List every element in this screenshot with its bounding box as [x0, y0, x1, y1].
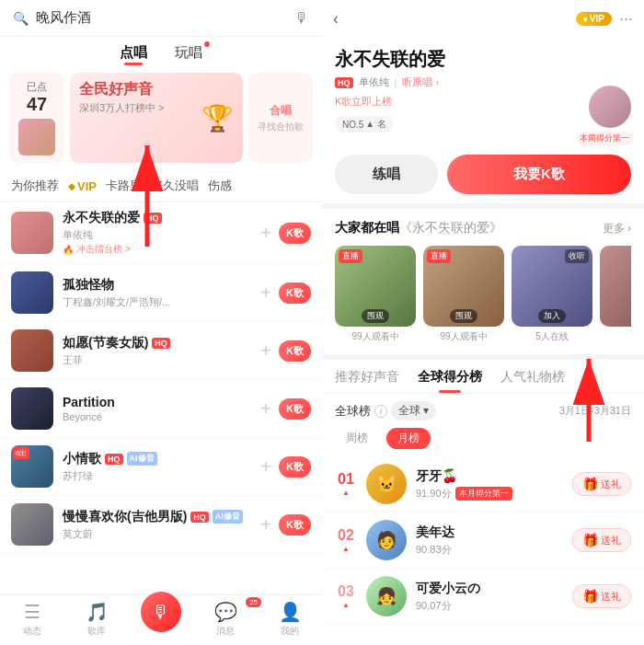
listen-original[interactable]: 听原唱 ›	[402, 75, 439, 89]
song-thumb-5: 6出	[11, 445, 53, 488]
leaderboard: 全球榜 i 全球 ▾ 3月1日-3月31日 周榜 月榜 01 ▲ 🐱 牙牙🍒 9…	[322, 394, 644, 645]
left-panel: 🔍 晚风作酒 🎙 点唱 玩唱 已点 47 全民好声音 深圳3万人打榜中 > 🏆 …	[0, 0, 322, 645]
tab-dian[interactable]: 点唱	[120, 44, 147, 62]
banner-area: 已点 47 全民好声音 深圳3万人打榜中 > 🏆 合唱 寻找合拍歌	[0, 65, 322, 170]
singing-card-4[interactable]: …	[600, 246, 631, 343]
hq-badge-3: HQ	[152, 338, 170, 349]
search-bar: 🔍 晚风作酒 🎙	[0, 0, 322, 37]
filter-nosong[interactable]: 好久没唱	[151, 178, 199, 194]
filter-calories[interactable]: 卡路里	[106, 178, 142, 194]
card-viewers-1: 99人观看中	[351, 330, 398, 343]
filter-vip[interactable]: VIP	[68, 178, 97, 194]
more-link[interactable]: 更多 ›	[603, 221, 631, 236]
hq-badge-5: HQ	[105, 454, 123, 465]
k-btn-2[interactable]: K歌	[279, 282, 311, 304]
vip-icon: ♦	[583, 14, 588, 24]
practice-button[interactable]: 练唱	[335, 155, 438, 194]
k-btn-5[interactable]: K歌	[279, 456, 311, 478]
song-thumb-6	[11, 503, 53, 546]
send-gift-btn-1[interactable]: 🎁 送礼	[572, 472, 631, 496]
mic-main-btn[interactable]: 🎙	[141, 592, 181, 632]
add-btn-6[interactable]: +	[260, 514, 271, 536]
nav-trends-label: 动态	[23, 625, 41, 638]
vip-badge[interactable]: ♦ VIP	[576, 12, 612, 26]
rank-arrow-3: ▲	[342, 601, 350, 609]
song-list: 永不失联的爱 HQ 单依纯 🔥 冲击擂台榜 > + K歌 孤独怪物	[0, 202, 322, 594]
song-title-5: 小情歌 HQ AI修音	[63, 451, 251, 467]
back-button[interactable]: ‹	[333, 9, 339, 29]
song-title-1: 永不失联的爱 HQ	[63, 210, 251, 226]
lb-avatar-2: 🧑	[366, 520, 407, 560]
song-artist-5: 苏打绿	[63, 469, 251, 483]
song-item-3[interactable]: 如愿(节奏女版) HQ 王菲 + K歌	[0, 322, 322, 380]
gift-icon-3: 🎁	[582, 589, 598, 604]
add-btn-1[interactable]: +	[260, 223, 271, 244]
nav-profile[interactable]: 👤 我的	[258, 601, 322, 638]
song-title-3: 如愿(节奏女版) HQ	[63, 335, 251, 351]
send-gift-btn-2[interactable]: 🎁 送礼	[572, 528, 631, 552]
nav-center[interactable]: 🎙	[129, 601, 193, 638]
singing-card-3[interactable]: 收听 加入 5人在线	[512, 246, 592, 343]
k-main-button[interactable]: 我要K歌	[447, 155, 631, 194]
ai-badge-5: AI修音	[127, 452, 157, 466]
song-artist-4: Beyoncé	[63, 411, 251, 422]
k-btn-6[interactable]: K歌	[279, 514, 311, 536]
mic-icon[interactable]: 🎙	[294, 10, 309, 27]
tab-recommend[interactable]: 推荐好声音	[335, 369, 399, 393]
add-btn-3[interactable]: +	[260, 340, 271, 362]
song-actions-1: + K歌	[260, 223, 311, 244]
lb-score-1: 91.90分 本月得分第一	[416, 487, 563, 501]
song-artist-3: 王菲	[63, 353, 251, 367]
tab-wan[interactable]: 玩唱	[175, 44, 202, 62]
lb-info-icon[interactable]: i	[374, 405, 387, 418]
song-item-4[interactable]: Partition Beyoncé + K歌	[0, 380, 322, 438]
song-info-3: 如愿(节奏女版) HQ 王菲	[63, 335, 251, 367]
song-thumb-4	[11, 387, 53, 430]
song-item-5[interactable]: 6出 小情歌 HQ AI修音 苏打绿 + K歌	[0, 438, 322, 496]
banner-center[interactable]: 全民好声音 深圳3万人打榜中 > 🏆	[70, 73, 243, 163]
lb-dropdown[interactable]: 全球 ▾	[391, 401, 436, 420]
profile-icon: 👤	[279, 601, 302, 623]
nav-messages-label: 消息	[216, 625, 235, 638]
song-item-2[interactable]: 孤独怪物 丁程鑫/刘耀文/严浩翔/... + K歌	[0, 264, 322, 322]
more-button[interactable]: ···	[619, 9, 633, 29]
send-gift-btn-3[interactable]: 🎁 送礼	[572, 584, 631, 608]
banner-right[interactable]: 合唱 寻找合拍歌	[248, 73, 313, 163]
lb-global: 全球榜 i 全球 ▾	[335, 401, 436, 420]
period-month[interactable]: 月榜	[386, 428, 431, 449]
tab-popular-gift[interactable]: 人气礼物榜	[500, 369, 565, 393]
add-btn-4[interactable]: +	[260, 398, 271, 420]
right-tabs: 推荐好声音 全球得分榜 人气礼物榜	[322, 360, 644, 394]
period-week[interactable]: 周榜	[335, 428, 379, 449]
add-btn-5[interactable]: +	[260, 456, 271, 478]
k-btn-1[interactable]: K歌	[279, 223, 311, 244]
add-btn-2[interactable]: +	[260, 282, 271, 304]
rank-arrow-2: ▲	[342, 545, 350, 553]
gift-icon-1: 🎁	[582, 477, 598, 491]
lb-avatar-3: 👧	[366, 576, 407, 616]
filter-sad[interactable]: 伤感	[208, 178, 232, 194]
song-artist-6: 莫文蔚	[63, 527, 251, 541]
tab-global-score[interactable]: 全球得分榜	[418, 369, 482, 393]
song-thumb-3	[11, 329, 53, 372]
nav-trends[interactable]: ☰ 动态	[0, 601, 64, 638]
song-thumb-1	[11, 212, 53, 254]
lb-avatar-img-2: 🧑	[366, 520, 407, 560]
search-input[interactable]: 晚风作酒	[36, 9, 294, 27]
song-item-1[interactable]: 永不失联的爱 HQ 单依纯 🔥 冲击擂台榜 > + K歌	[0, 202, 322, 264]
card-viewers-3: 5人在线	[535, 330, 569, 343]
nav-messages[interactable]: 💬 25 消息	[193, 601, 258, 638]
k-btn-4[interactable]: K歌	[279, 398, 311, 420]
song-item-6[interactable]: 慢慢喜欢你(吉他男版) HQ AI修音 莫文蔚 + K歌	[0, 496, 322, 554]
card-viewers-2: 99人观看中	[440, 330, 487, 343]
k-btn-3[interactable]: K歌	[279, 340, 311, 362]
rank-badge: NO.5 ▲ 名	[335, 116, 394, 132]
singing-card-1[interactable]: 直播 围观 99人观看中	[335, 246, 416, 343]
song-detail-meta: HQ 单依纯 | 听原唱 ›	[335, 75, 631, 89]
lb-name-3: 可爱小云の	[416, 581, 563, 597]
rank-num-2: 02	[338, 527, 354, 544]
card-thumb-1: 直播 围观	[335, 246, 416, 327]
singing-card-2[interactable]: 直播 围观 99人观看中	[423, 246, 504, 343]
nav-library[interactable]: 🎵 歌库	[64, 601, 129, 638]
card-thumb-3: 收听 加入	[512, 246, 592, 327]
